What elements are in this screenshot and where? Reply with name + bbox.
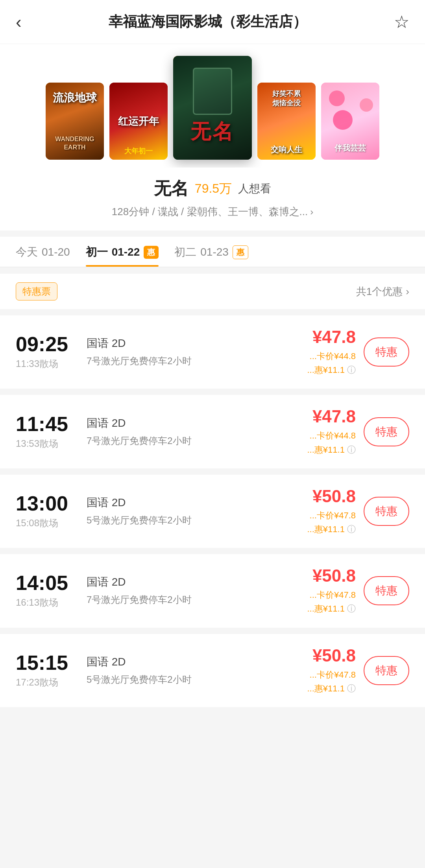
showtimes-list: 09:25 11:33散场 国语 2D 7号激光厅免费停车2小时 ¥47.8 .… <box>0 309 425 713</box>
movie-poster-2[interactable]: 红运开年 大年初一 <box>109 83 168 160</box>
hall-info-2: 5号激光厅免费停车2小时 <box>87 513 273 527</box>
detail-col-1: 国语 2D 7号激光厅免费停车2小时 <box>83 416 277 448</box>
end-time-3: 16:13散场 <box>16 596 75 609</box>
tab-chuyi[interactable]: 初一 01-22 惠 <box>86 245 159 267</box>
start-time-2: 13:00 <box>16 493 75 514</box>
movie-meta[interactable]: 128分钟 / 谍战 / 梁朝伟、王一博、森博之... › <box>16 205 409 219</box>
start-time-4: 15:15 <box>16 652 75 673</box>
start-time-1: 11:45 <box>16 414 75 434</box>
movie-carousel: 惠 WANDERINGEARTH 流浪地球 红运开年 大年初一 <box>0 44 425 168</box>
tab-chuyi-label: 初一 <box>86 245 108 260</box>
info-icon-2: ⓘ <box>347 524 356 534</box>
promo-arrow-icon: › <box>406 286 409 298</box>
showtime-card-2: 13:00 15:08散场 国语 2D 5号激光厅免费停车2小时 ¥50.8 .… <box>0 475 425 548</box>
date-tabs: 今天 01-20 初一 01-22 惠 初二 01-23 惠 <box>0 237 425 267</box>
info-icon-3: ⓘ <box>347 604 356 614</box>
time-col-1: 11:45 13:53散场 <box>16 414 75 450</box>
hall-info-3: 7号激光厅免费停车2小时 <box>87 593 273 607</box>
movie-poster-1[interactable]: 惠 WANDERINGEARTH 流浪地球 <box>46 83 104 160</box>
time-col-3: 14:05 16:13散场 <box>16 573 75 609</box>
book-button-3[interactable]: 特惠 <box>364 576 409 605</box>
main-price-3: ¥50.8 <box>285 566 356 586</box>
price-col-0: ¥47.8 ...卡价¥44.8...惠¥11.1 ⓘ <box>285 327 356 377</box>
movie-poster-5[interactable]: 伴我芸芸 <box>321 83 379 160</box>
movie-poster-4[interactable]: 惠 好笑不累 烦恼全没 交响人生 <box>257 83 316 160</box>
main-price-4: ¥50.8 <box>285 646 356 665</box>
detail-col-3: 国语 2D 7号激光厅免费停车2小时 <box>83 575 277 607</box>
want-label: 人想看 <box>238 181 271 196</box>
hall-info-1: 7号激光厅免费停车2小时 <box>87 434 273 448</box>
sub-price-1: ...卡价¥44.8...惠¥11.1 ⓘ <box>285 429 356 456</box>
tab-today-label: 今天 <box>16 245 38 260</box>
movie-poster-3[interactable]: 惠 无名 <box>173 56 252 160</box>
header: ‹ 幸福蓝海国际影城（彩生活店） ☆ <box>0 0 425 44</box>
sub-price-0: ...卡价¥44.8...惠¥11.1 ⓘ <box>285 349 356 377</box>
main-price-0: ¥47.8 <box>285 327 356 347</box>
info-icon-4: ⓘ <box>347 684 356 693</box>
price-col-1: ¥47.8 ...卡价¥44.8...惠¥11.1 ⓘ <box>285 407 356 456</box>
main-price-2: ¥50.8 <box>285 487 356 506</box>
tab-chuer-date: 01-23 <box>200 246 229 258</box>
tab-today[interactable]: 今天 01-20 <box>16 245 70 267</box>
end-time-4: 17:23散场 <box>16 676 75 689</box>
promo-bar: 特惠票 共1个优惠 › <box>0 274 425 309</box>
start-time-0: 09:25 <box>16 334 75 354</box>
price-col-4: ¥50.8 ...卡价¥47.8...惠¥11.1 ⓘ <box>285 646 356 695</box>
sub-price-3: ...卡价¥47.8...惠¥11.1 ⓘ <box>285 588 356 616</box>
lang-format-3: 国语 2D <box>87 575 273 590</box>
lang-format-1: 国语 2D <box>87 416 273 431</box>
tab-chuer-label: 初二 <box>174 245 196 260</box>
time-col-4: 15:15 17:23散场 <box>16 652 75 689</box>
time-col-0: 09:25 11:33散场 <box>16 334 75 370</box>
tab-today-date: 01-20 <box>42 246 70 258</box>
movie-meta-text: 128分钟 / 谍战 / 梁朝伟、王一博、森博之... <box>112 205 308 219</box>
hall-info-4: 5号激光厅免费停车2小时 <box>87 673 273 687</box>
main-price-1: ¥47.8 <box>285 407 356 426</box>
book-button-0[interactable]: 特惠 <box>364 337 409 367</box>
end-time-1: 13:53散场 <box>16 437 75 450</box>
lang-format-2: 国语 2D <box>87 495 273 510</box>
info-icon-0: ⓘ <box>347 365 356 375</box>
end-time-2: 15:08散场 <box>16 517 75 529</box>
lang-format-0: 国语 2D <box>87 336 273 351</box>
price-col-3: ¥50.8 ...卡价¥47.8...惠¥11.1 ⓘ <box>285 566 356 616</box>
hui-tag-chuer: 惠 <box>233 245 248 259</box>
sub-price-4: ...卡价¥47.8...惠¥11.1 ⓘ <box>285 668 356 695</box>
star-icon[interactable]: ☆ <box>394 12 409 32</box>
cinema-title: 幸福蓝海国际影城（彩生活店） <box>109 12 307 31</box>
movie-info: 无名 79.5万 人想看 128分钟 / 谍战 / 梁朝伟、王一博、森博之...… <box>0 168 425 230</box>
price-col-2: ¥50.8 ...卡价¥47.8...惠¥11.1 ⓘ <box>285 487 356 536</box>
showtime-card-4: 15:15 17:23散场 国语 2D 5号激光厅免费停车2小时 ¥50.8 .… <box>0 634 425 707</box>
movie-title: 无名 <box>154 177 188 200</box>
showtime-card-0: 09:25 11:33散场 国语 2D 7号激光厅免费停车2小时 ¥47.8 .… <box>0 315 425 389</box>
promo-right-text: 共1个优惠 <box>356 285 403 299</box>
hall-info-0: 7号激光厅免费停车2小时 <box>87 354 273 368</box>
sub-price-2: ...卡价¥47.8...惠¥11.1 ⓘ <box>285 509 356 536</box>
back-button[interactable]: ‹ <box>16 12 22 32</box>
detail-col-2: 国语 2D 5号激光厅免费停车2小时 <box>83 495 277 527</box>
showtime-card-1: 11:45 13:53散场 国语 2D 7号激光厅免费停车2小时 ¥47.8 .… <box>0 395 425 468</box>
lang-format-4: 国语 2D <box>87 654 273 669</box>
info-icon-1: ⓘ <box>347 445 356 455</box>
tab-chuer[interactable]: 初二 01-23 惠 <box>174 245 248 267</box>
poster-row: 惠 WANDERINGEARTH 流浪地球 红运开年 大年初一 <box>0 56 425 160</box>
book-button-4[interactable]: 特惠 <box>364 656 409 685</box>
book-button-2[interactable]: 特惠 <box>364 497 409 526</box>
detail-col-0: 国语 2D 7号激光厅免费停车2小时 <box>83 336 277 368</box>
movie-title-row: 无名 79.5万 人想看 <box>16 177 409 200</box>
showtime-card-3: 14:05 16:13散场 国语 2D 7号激光厅免费停车2小时 ¥50.8 .… <box>0 554 425 627</box>
meta-arrow-icon: › <box>310 206 313 217</box>
want-count: 79.5万 <box>195 180 232 197</box>
time-col-2: 13:00 15:08散场 <box>16 493 75 529</box>
start-time-3: 14:05 <box>16 573 75 593</box>
promo-tag: 特惠票 <box>16 282 57 300</box>
hui-tag-chuyi: 惠 <box>144 246 159 259</box>
book-button-1[interactable]: 特惠 <box>364 417 409 446</box>
tab-chuyi-date: 01-22 <box>112 246 140 258</box>
promo-right[interactable]: 共1个优惠 › <box>356 285 409 299</box>
end-time-0: 11:33散场 <box>16 358 75 370</box>
detail-col-4: 国语 2D 5号激光厅免费停车2小时 <box>83 654 277 687</box>
